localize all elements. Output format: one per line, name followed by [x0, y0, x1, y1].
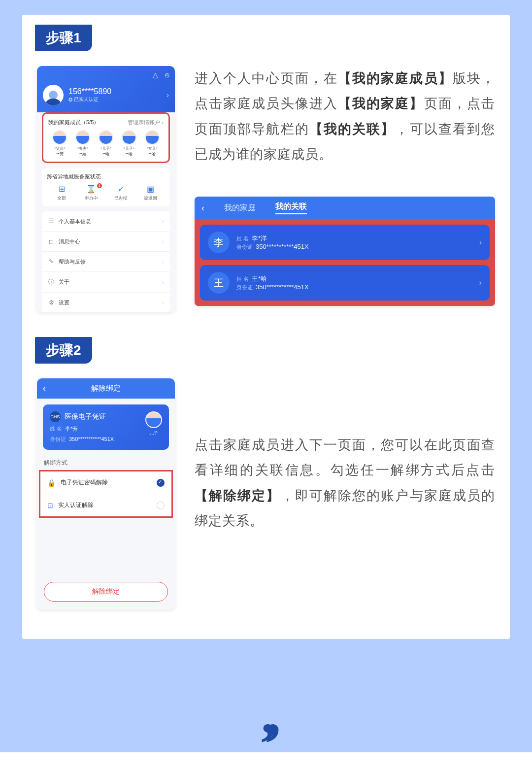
radio-icon[interactable] — [157, 479, 165, 487]
chevron-right-icon: › — [166, 91, 169, 99]
back-icon[interactable]: ‹ — [201, 203, 204, 213]
menu-item[interactable]: ✎帮助与反馈 › — [42, 251, 170, 271]
user-phone: 156****5890 — [68, 87, 162, 96]
family-member[interactable]: *夫妻* **娃 — [71, 130, 95, 157]
status-label: 被退回 — [144, 196, 157, 201]
member-name: **哈 — [102, 151, 109, 157]
avatar-icon — [52, 130, 67, 145]
chevron-right-icon: › — [162, 217, 164, 225]
menu-icon: ✎ — [48, 258, 55, 265]
step1-description: 进入个人中心页面，在【我的家庭成员】版块，点击家庭成员头像进入【我的家庭】页面，… — [195, 66, 495, 167]
surname-avatar: 王 — [208, 272, 230, 294]
manage-link[interactable]: 管理亲情账户 › — [128, 119, 164, 126]
menu-label: 消息中心 — [59, 238, 80, 245]
unbind-option[interactable]: ⊡实人认证解除 — [40, 494, 171, 516]
menu-label: 个人基本信息 — [59, 218, 91, 225]
menu-icon: ⚙ — [48, 299, 55, 306]
family-member[interactable]: *女儿* **哈 — [140, 130, 164, 157]
rel-id: 350***********451X — [256, 243, 309, 250]
face-id-icon: ⊡ — [47, 502, 53, 509]
unbind-button[interactable]: 解除绑定 — [44, 582, 168, 602]
status-item[interactable]: ▣ 被退回 — [135, 184, 165, 202]
option-label: 实人认证解除 — [58, 501, 94, 509]
family-card: 我的家庭成员（5/5） 管理亲情账户 › *父亲* **芳 *夫妻* **娃 *… — [42, 112, 170, 163]
rel-name: 李*洋 — [252, 235, 267, 242]
status-card: 跨省异地就医备案状态 ⊞ 全部⌛1 申办中✓ 已办结▣ 被退回 — [42, 168, 170, 206]
member-name: **娃 — [79, 151, 86, 157]
ehc-card: CHS 医保电子凭证 姓 名李*芳 身份证350***********451X … — [43, 404, 169, 450]
avatar-icon — [122, 130, 136, 145]
status-item[interactable]: ✓ 已办结 — [106, 184, 135, 202]
menu-icon: ⓘ — [48, 278, 55, 286]
unbind-options: 🔒电子凭证密码解除 ⊡实人认证解除 — [39, 470, 173, 518]
unbind-section-title: 解绑方式 — [37, 456, 175, 470]
bell-icon[interactable]: △ — [153, 71, 158, 79]
avatar-icon — [75, 130, 90, 145]
avatar — [43, 85, 64, 105]
step2-description: 点击家庭成员进入下一页面，您可以在此页面查看详细的关联信息。勾选任一解绑方式后点… — [195, 433, 495, 534]
member-relation: *儿子* — [100, 146, 111, 151]
status-item[interactable]: ⌛1 申办中 — [76, 184, 106, 202]
menu-label: 关于 — [59, 278, 69, 286]
step1-badge: 步骤1 — [35, 25, 92, 51]
decorative-quotes-icon: ,, — [261, 679, 271, 747]
tab-my-family[interactable]: 我的家庭 — [224, 203, 256, 213]
menu-list: ☰个人基本信息 ›◻消息中心 ›✎帮助与反馈 ›ⓘ关于 ›⚙设置 › — [42, 211, 170, 312]
relation-avatar — [145, 411, 162, 428]
chevron-right-icon: › — [162, 299, 164, 306]
step2-badge: 步骤2 — [35, 337, 92, 364]
menu-item[interactable]: ⓘ关于 › — [42, 271, 170, 292]
status-label: 申办中 — [85, 196, 98, 201]
rel-name: 王*哈 — [252, 275, 267, 282]
menu-icon: ◻ — [48, 238, 55, 245]
status-label: 全部 — [57, 196, 66, 201]
step1-phone: △ ⎋ 156****5890 ✪ 已实人认证 — [37, 66, 175, 312]
relation-card[interactable]: 王 姓 名王*哈 身份证350***********451X › — [200, 265, 490, 301]
member-relation: *儿子* — [124, 146, 134, 151]
chs-logo-icon: CHS — [50, 411, 61, 422]
family-title: 我的家庭成员（5/5） — [48, 119, 99, 126]
member-name: **哈 — [148, 151, 155, 157]
shield-icon: ✪ — [68, 97, 72, 102]
avatar-icon — [99, 130, 113, 145]
exit-icon[interactable]: ⎋ — [165, 71, 169, 79]
family-member[interactable]: *儿子* **哈 — [117, 130, 140, 157]
page-title: 解除绑定 — [91, 384, 121, 393]
status-item[interactable]: ⊞ 全部 — [47, 184, 76, 202]
status-icon: ✓ — [106, 184, 135, 194]
member-name: **芳 — [56, 151, 63, 157]
back-icon[interactable]: ‹ — [43, 383, 46, 394]
menu-label: 帮助与反馈 — [59, 258, 86, 266]
member-name: **哈 — [126, 151, 133, 157]
unbind-option[interactable]: 🔒电子凭证密码解除 — [40, 471, 171, 494]
chevron-right-icon: › — [479, 278, 482, 287]
user-card[interactable]: 156****5890 ✪ 已实人认证 › — [43, 82, 169, 112]
radio-icon[interactable] — [157, 502, 165, 509]
menu-item[interactable]: ☰个人基本信息 › — [42, 211, 170, 231]
bottom-stripe — [0, 752, 532, 773]
status-icon: ⌛1 — [76, 184, 106, 194]
family-member[interactable]: *父亲* **芳 — [48, 130, 71, 157]
family-member[interactable]: *儿子* **哈 — [95, 130, 118, 157]
tab-my-related[interactable]: 我的关联 — [275, 202, 307, 214]
menu-item[interactable]: ◻消息中心 › — [42, 231, 170, 251]
chevron-right-icon: › — [479, 238, 482, 247]
avatar-icon — [145, 130, 160, 145]
option-label: 电子凭证密码解除 — [61, 478, 108, 487]
menu-icon: ☰ — [48, 218, 55, 225]
status-label: 已办结 — [114, 196, 128, 201]
status-title: 跨省异地就医备案状态 — [47, 173, 165, 180]
surname-avatar: 李 — [208, 232, 230, 253]
chevron-right-icon: › — [162, 237, 164, 245]
status-icon: ▣ — [135, 184, 165, 194]
member-relation: *父亲* — [54, 146, 65, 151]
member-relation: *女儿* — [146, 146, 157, 151]
relation-card[interactable]: 李 姓 名李*洋 身份证350***********451X › — [200, 225, 490, 260]
menu-label: 设置 — [59, 299, 69, 306]
menu-item[interactable]: ⚙设置 › — [42, 292, 170, 312]
member-relation: *夫妻* — [77, 146, 88, 151]
status-icon: ⊞ — [47, 184, 76, 194]
chevron-right-icon: › — [162, 258, 164, 266]
rel-id: 350***********451X — [256, 283, 309, 291]
step2-phone: ‹ 解除绑定 CHS 医保电子凭证 姓 名李*芳 身份证350*********… — [37, 378, 175, 609]
